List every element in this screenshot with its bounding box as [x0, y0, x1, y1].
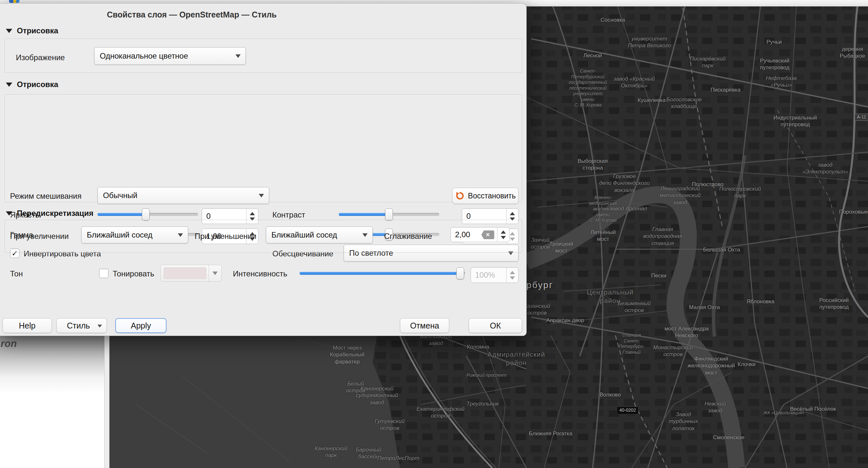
- map-label: Канонерский судоремонтный завод: [356, 385, 398, 406]
- map-label: Апраксин двор: [547, 317, 584, 324]
- slider-handle[interactable]: [456, 267, 464, 279]
- map-label: Лесной: [583, 52, 602, 59]
- strength-label: Интенсивность: [233, 269, 287, 278]
- chevron-down-icon: [259, 194, 264, 197]
- map-label: Клочки: [738, 361, 755, 368]
- apply-button[interactable]: Apply: [115, 318, 166, 333]
- map-label: Пески: [651, 272, 666, 279]
- group-color-rendering: Режим смешивания Обычный Восстановить Яр…: [4, 94, 522, 202]
- style-menu-button[interactable]: Стиль: [56, 318, 107, 333]
- map-label: Пискарёвский парк: [690, 55, 726, 69]
- map-label: Смоленское: [713, 434, 745, 441]
- map-label: Малая Охта: [689, 304, 720, 311]
- app-icon: [9, 0, 20, 3]
- hue-label: Тон: [10, 269, 23, 278]
- map-label: Гутуевский остров: [375, 418, 405, 432]
- map-label: Ленинградский металлический завод: [660, 185, 701, 206]
- dialog-title: Свойства слоя — OpenStreetMap — Стиль: [107, 10, 277, 20]
- map-label: Коломна: [467, 343, 489, 350]
- map-label: Литейный мост: [590, 229, 616, 243]
- group-resampling: При увеличении Ближайший сосед При умень…: [4, 220, 522, 253]
- spin-up-icon[interactable]: [501, 230, 506, 234]
- background-window-text: ron: [1, 338, 17, 349]
- map-label: Адмиралтейский район: [488, 350, 545, 367]
- map-label: Выборгская сторона: [578, 158, 608, 171]
- map-label: Сосновка: [600, 16, 625, 23]
- map-label: Канонерский парк: [314, 445, 347, 459]
- chevron-down-icon: [97, 325, 102, 328]
- section-rendering-1[interactable]: Отрисовка: [6, 26, 58, 35]
- map-label: Нефтебаза «Ручьи»: [766, 75, 797, 89]
- map-label: Индустриальный путепровод: [773, 114, 817, 128]
- collapse-triangle-icon: [6, 82, 12, 87]
- colorize-label[interactable]: Тонировать: [113, 269, 154, 278]
- chevron-down-icon: [236, 54, 241, 58]
- strength-spinbox: 100%: [471, 267, 519, 283]
- zoomed-out-combobox[interactable]: Ближайший сосед: [266, 227, 373, 243]
- map-label: Кушелевка: [638, 97, 666, 104]
- undo-arrow-icon: [455, 191, 465, 201]
- help-button[interactable]: Help: [3, 318, 52, 333]
- map-label: Монастырский остров: [653, 344, 693, 358]
- zoomed-in-combobox[interactable]: Ближайший сосед: [81, 227, 188, 243]
- oversampling-label: Сглаживание: [384, 232, 432, 241]
- background-window[interactable]: [0, 335, 104, 468]
- map-label: Российский путепровод: [819, 297, 849, 311]
- map-label: Завод турбинных лопаток: [669, 411, 698, 432]
- slider-handle[interactable]: [142, 208, 150, 221]
- map-label: завод «Электропульт»: [802, 162, 848, 175]
- strength-slider[interactable]: [300, 267, 465, 280]
- map-label: Главная водопроводная станция: [643, 226, 682, 246]
- map-label: Большая Охта: [703, 246, 740, 253]
- clear-value-icon[interactable]: ×: [481, 230, 494, 239]
- colorize-checkbox[interactable]: [99, 269, 108, 278]
- reset-button[interactable]: Восстановить: [452, 188, 519, 204]
- image-combobox[interactable]: Одноканальное цветное: [94, 47, 246, 65]
- map-label: Санкт- Петербургский государственный лес…: [569, 68, 607, 108]
- map-label: Яблоновка: [747, 298, 774, 305]
- oversampling-spinbox[interactable]: 2,00 ×: [451, 227, 509, 242]
- blend-mode-combobox[interactable]: Обычный: [97, 187, 269, 204]
- map-label: Ручьи: [766, 38, 781, 45]
- blend-mode-label: Режим смешивания: [10, 192, 82, 201]
- map-label: 40-0202: [617, 406, 639, 414]
- spin-up-icon[interactable]: [250, 212, 255, 215]
- map-label: Троицкий мост: [549, 240, 573, 255]
- map-label: университет Петра Великого: [628, 35, 671, 49]
- map-label: Пискарёвка: [711, 87, 741, 93]
- map-label: Рижский проспект: [466, 372, 506, 378]
- cancel-button[interactable]: Отмена: [400, 318, 449, 333]
- layer-properties-dialog: Свойства слоя — OpenStreetMap — Стиль От…: [0, 3, 527, 336]
- map-label: ПетроЛесПорт: [377, 455, 419, 462]
- map-label: Волково: [599, 391, 621, 398]
- map-label: Безымянный остров: [618, 300, 651, 314]
- map-label: Мост через Корабельный фарватер: [330, 344, 365, 365]
- spin-up-icon[interactable]: [510, 212, 515, 215]
- map-label: Ближняя Рогатка: [529, 430, 572, 437]
- slider-handle[interactable]: [385, 208, 393, 221]
- chevron-down-icon: [213, 272, 218, 275]
- color-swatch: [163, 267, 206, 279]
- collapse-triangle-icon: [6, 29, 12, 33]
- map-label: Казанский остров: [524, 303, 550, 316]
- map-label: Грузовое депо Финляндского вокзала: [599, 173, 650, 194]
- spin-up-icon: [510, 271, 515, 274]
- map-label: завод «Красный Октябрь»: [614, 75, 655, 89]
- contrast-label: Контраст: [272, 210, 305, 220]
- map-label: деревня Рыбацкое: [840, 46, 865, 60]
- section-resampling[interactable]: Передискретизация: [6, 209, 94, 218]
- map-label: станция Санкт- Петербург- Главный: [619, 332, 645, 355]
- panel-divider[interactable]: [104, 335, 110, 468]
- collapse-triangle-icon: [6, 211, 12, 215]
- map-label: Полюстровский парк: [719, 186, 761, 199]
- image-label: Изображение: [16, 53, 65, 62]
- ok-button[interactable]: ОК: [469, 318, 522, 333]
- colorize-color-button: [161, 265, 221, 281]
- section-rendering-2[interactable]: Отрисовка: [6, 80, 58, 89]
- brightness-slider[interactable]: [97, 208, 198, 221]
- map-label: ЖК «Цивилизация»: [764, 410, 805, 416]
- contrast-slider[interactable]: [339, 208, 439, 221]
- spin-down-icon[interactable]: [501, 236, 506, 239]
- map-label: Заячий остров: [530, 237, 550, 250]
- group-image: Изображение Одноканальное цветное: [4, 38, 522, 73]
